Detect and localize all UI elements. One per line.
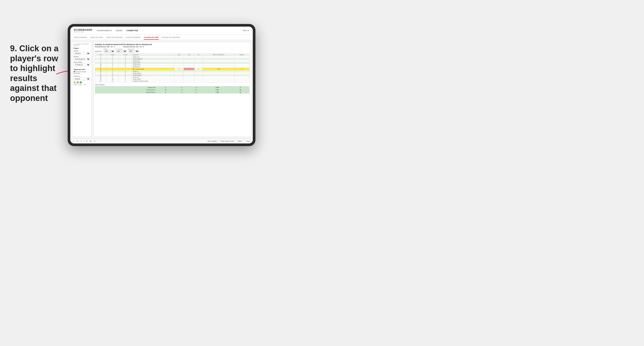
cell-opponent: Andrea York	[132, 64, 174, 66]
h2h-grid-table: # Div # Reg # Conf Opponent Win Loss Tie…	[95, 53, 250, 82]
cell-conf: 3	[119, 60, 132, 62]
table-row[interactable]: 1311Haejo Hyun	[95, 66, 250, 68]
cell-rounds	[234, 58, 250, 60]
records-row: Overall Record: 353 - 34 - 6 Division Re…	[95, 46, 250, 47]
subnav-team-h2h-grid[interactable]: TEAM H2H GRID	[90, 36, 103, 40]
cell-tie	[194, 76, 202, 78]
toolbar-view-original[interactable]: View: Original	[207, 140, 218, 142]
col-header-diff: Diff Av Strokes/Rnd	[202, 54, 234, 56]
cell-rounds	[234, 62, 250, 64]
nav-items: TOURNAMENTS TEAMS COMMITTEE	[96, 28, 138, 32]
nav-divider: |	[242, 29, 242, 32]
cell-reg: 11	[106, 80, 119, 82]
toolbar-copy[interactable]: ⊞	[85, 140, 88, 142]
table-row[interactable]: 1691Jessica Mason	[95, 74, 250, 76]
top-nav: SCOREBOARD Powered by clippi TOURNAMENTS…	[70, 27, 253, 34]
table-row[interactable]: 20117Federica Domecq Lacroze	[95, 80, 250, 82]
gender-label: Gender	[74, 50, 90, 52]
radio-top100[interactable]: Top 100	[74, 73, 90, 74]
colour-up	[80, 81, 82, 83]
cell-win	[174, 70, 184, 72]
cell-rounds	[234, 80, 250, 82]
table-row[interactable]: 914Sharon Mun	[95, 62, 250, 64]
cell-loss	[184, 56, 194, 58]
table-row[interactable]: 1585Stella Chang	[95, 72, 250, 74]
subnav-player-summary[interactable]: PLAYER SUMMARY	[126, 36, 141, 40]
cell-reg: 10	[106, 78, 119, 80]
nav-committee[interactable]: COMMITTEE	[126, 28, 138, 32]
player-rank-select[interactable]: 8. Katelyn Vo	[74, 63, 90, 66]
table-row[interactable]: 311Esther Lee	[95, 56, 250, 58]
toolbar-save-custom[interactable]: Save Custom View	[220, 140, 234, 142]
subnav-player-h2h-grid[interactable]: PLAYER H2H GRID	[144, 36, 159, 40]
division-label: Division	[74, 56, 90, 57]
grid-header-row: # Div # Reg # Conf Opponent Win Loss Tie…	[95, 54, 250, 56]
colour-dots	[74, 81, 90, 83]
table-row[interactable]: 131▶ Jessica Huang010-3.002	[95, 68, 250, 70]
cell-opponent: Federica Domecq Lacroze	[132, 80, 174, 82]
conference-filter-select[interactable]: (All)	[116, 50, 127, 52]
subnav-player-h2h-heatmap[interactable]: PLAYER H2H HEATMAP	[162, 36, 180, 40]
table-row[interactable]: 613Sydney Kuo	[95, 60, 250, 62]
toolbar-paste[interactable]: ⌘	[89, 140, 92, 142]
overall-record-value: 353 - 34 - 6	[107, 46, 114, 47]
table-row[interactable]: 522Alexis Sudjianto	[95, 58, 250, 60]
device-screen: SCOREBOARD Powered by clippi TOURNAMENTS…	[70, 27, 253, 144]
cell-diff	[202, 64, 234, 66]
overall-record-label: Overall Record:	[95, 46, 106, 47]
toolbar-undo[interactable]: ↩	[72, 140, 75, 142]
cell-win	[174, 80, 184, 82]
ood-win: 1	[156, 86, 175, 89]
cell-diff	[202, 70, 234, 72]
table-row[interactable]: 1822Euna Lee	[95, 76, 250, 78]
cell-rounds	[234, 70, 250, 72]
region-filter-select[interactable]: (All)	[104, 50, 114, 52]
cell-opponent: Euna Lee	[132, 76, 174, 78]
toolbar-redo[interactable]: ↺	[76, 140, 78, 142]
subnav-team-summary[interactable]: TEAM SUMMARY	[74, 36, 87, 40]
ood-row[interactable]: Foreign Team1004.5002	[95, 86, 250, 89]
cell-reg: 1	[106, 62, 119, 64]
sign-out-button[interactable]: Sign out	[243, 29, 249, 31]
radio-opponents-played[interactable]: Opponents Played	[74, 71, 90, 72]
cell-diff	[202, 80, 234, 82]
ood-row[interactable]: NAIA Division 115009.26730	[95, 89, 250, 91]
division-record-label: Division Record:	[123, 46, 136, 47]
ood-loss: 0	[175, 91, 189, 94]
cell-opponent: Stella Chang	[132, 72, 174, 74]
table-row[interactable]: 1474Eunice Yi	[95, 70, 250, 72]
cell-reg: 8	[106, 72, 119, 74]
nav-tournaments[interactable]: TOURNAMENTS	[96, 28, 112, 32]
nav-teams[interactable]: TEAMS	[116, 28, 122, 32]
ood-row[interactable]: NCAA Division 25007.40010	[95, 91, 250, 94]
cell-conf: 4	[119, 62, 132, 64]
cell-diff	[202, 58, 234, 60]
ood-win: 15	[156, 89, 175, 91]
cell-div: 18	[95, 76, 106, 78]
toolbar-share[interactable]: Share	[246, 140, 251, 142]
cell-reg: 1	[106, 60, 119, 62]
cell-diff	[202, 76, 234, 78]
colour-by-select[interactable]: Win/loss	[74, 78, 90, 80]
cell-win	[174, 60, 184, 62]
table-row[interactable]: 1063Andrea York	[95, 64, 250, 66]
toolbar-divider-4	[244, 140, 244, 143]
cell-div: 3	[95, 56, 106, 58]
subnav-team-h2h-heatmap[interactable]: TEAM H2H HEATMAP	[106, 36, 123, 40]
grid-title: Katelyn Vo Head-to-Head Grid for Women's…	[95, 43, 250, 46]
gender-select[interactable]: Women's	[74, 52, 90, 55]
opponent-filter-select[interactable]: (All)	[128, 50, 139, 52]
colour-down	[74, 81, 76, 83]
toolbar-fwd[interactable]: ↪	[80, 140, 82, 142]
toolbar-divider-2	[219, 140, 219, 143]
cell-diff	[202, 78, 234, 80]
cell-tie	[194, 60, 202, 62]
logo-text: SCOREBOARD	[74, 28, 92, 31]
division-select[interactable]: NCAA Division III	[74, 58, 90, 60]
cell-reg: 1	[106, 66, 119, 68]
cell-conf: 1	[119, 74, 132, 76]
table-row[interactable]: 19106Emily Chang	[95, 78, 250, 80]
cell-conf: 5	[119, 72, 132, 74]
toolbar-watch[interactable]: Watch	[237, 140, 243, 142]
toolbar-refresh[interactable]: ⟳	[94, 140, 96, 142]
